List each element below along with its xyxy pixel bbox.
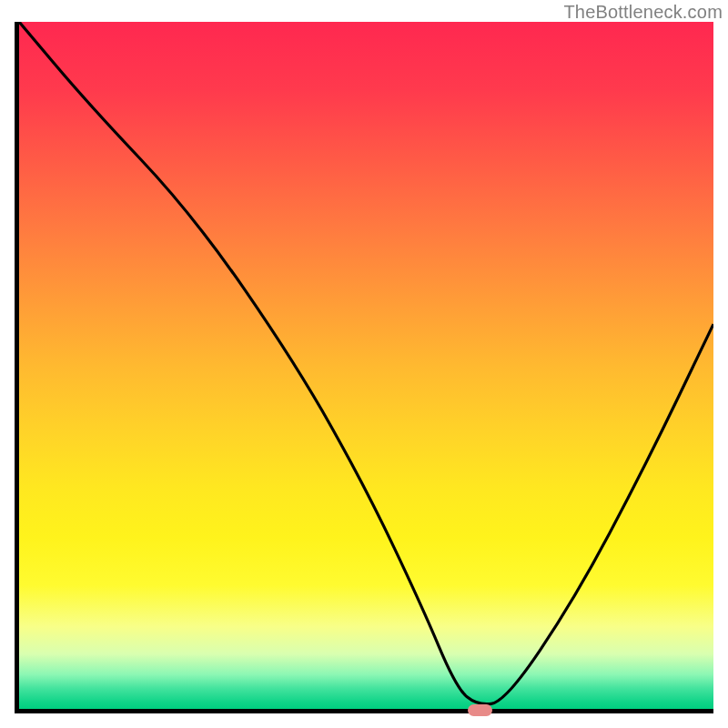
chart-container: TheBottleneck.com (0, 0, 728, 728)
watermark-label: TheBottleneck.com (563, 2, 723, 23)
bottleneck-curve (19, 22, 713, 709)
curve-path (19, 22, 713, 704)
optimum-marker (468, 704, 492, 716)
plot-area (15, 22, 713, 713)
